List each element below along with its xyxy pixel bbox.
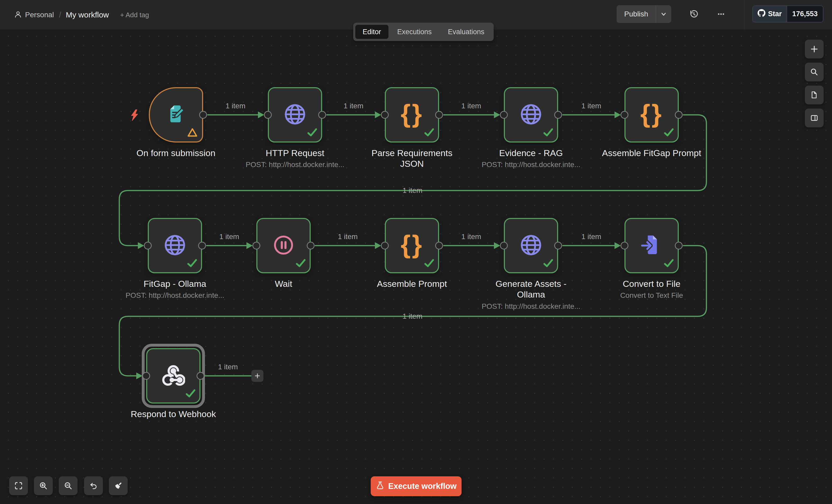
- node-caption: Generate Assets - Ollama POST: http://ho…: [482, 278, 580, 311]
- node-http-request: [268, 87, 322, 142]
- output-port[interactable]: [554, 242, 562, 249]
- webhook-icon: [162, 364, 185, 388]
- tab-evaluations[interactable]: Evaluations: [441, 25, 492, 39]
- connection-label: 1 item: [219, 233, 239, 241]
- publish-dropdown-button[interactable]: [656, 5, 671, 23]
- code-braces-icon: {}: [641, 101, 663, 126]
- node-convert-to-file: [624, 218, 679, 273]
- output-port[interactable]: [199, 111, 207, 119]
- sticky-note-button[interactable]: [805, 86, 824, 104]
- node-box[interactable]: [624, 218, 679, 273]
- success-check-icon: [423, 258, 435, 269]
- tab-executions[interactable]: Executions: [390, 25, 439, 39]
- breadcrumb: Personal: [14, 10, 54, 19]
- input-port[interactable]: [264, 111, 272, 119]
- node-title: Respond to Webhook: [131, 409, 216, 419]
- node-caption: Wait: [275, 278, 292, 289]
- globe-icon: [163, 233, 187, 258]
- connection-label-loop: 1 item: [402, 186, 422, 195]
- node-title: Generate Assets - Ollama: [495, 278, 567, 300]
- node-box[interactable]: [256, 218, 311, 273]
- node-caption: HTTP Request POST: http://host.docker.in…: [246, 148, 344, 169]
- node-box[interactable]: {}: [624, 87, 679, 142]
- node-caption: Evidence - RAG POST: http://host.docker.…: [482, 148, 580, 169]
- node-fitgap-ollama: [148, 218, 202, 273]
- github-star-button[interactable]: Star: [753, 6, 786, 22]
- success-check-icon: [543, 258, 554, 269]
- search-button[interactable]: [805, 63, 824, 81]
- toggle-panel-button[interactable]: [805, 109, 824, 127]
- connection-label: 1 item: [343, 102, 363, 110]
- github-star-label[interactable]: Star: [768, 10, 782, 18]
- input-port[interactable]: [500, 242, 508, 249]
- node-generate-assets-ollama: [504, 218, 558, 273]
- node-caption: Assemble Prompt: [377, 278, 447, 289]
- node-caption: Convert to File Convert to Text File: [620, 278, 683, 300]
- output-port[interactable]: [318, 111, 326, 119]
- view-tabs: Editor Executions Evaluations: [353, 23, 494, 41]
- node-evidence-rag: [504, 87, 558, 142]
- node-title: Parse Requirements JSON: [371, 148, 452, 169]
- output-port[interactable]: [307, 242, 315, 249]
- node-box[interactable]: [148, 218, 202, 273]
- node-box[interactable]: [504, 87, 558, 142]
- success-check-icon: [185, 388, 196, 399]
- output-port[interactable]: [435, 242, 443, 249]
- user-icon: [14, 10, 22, 19]
- input-port[interactable]: [142, 372, 150, 380]
- node-title: Assemble FitGap Prompt: [602, 148, 701, 158]
- workflow-history-button[interactable]: [687, 8, 700, 20]
- node-box[interactable]: {}: [385, 218, 439, 273]
- fit-view-button[interactable]: [9, 476, 28, 495]
- add-node-button[interactable]: [805, 40, 824, 58]
- warning-icon: [187, 128, 197, 138]
- github-icon: [758, 9, 765, 19]
- zoom-out-button[interactable]: [59, 476, 78, 495]
- input-port[interactable]: [144, 242, 152, 249]
- output-port[interactable]: [198, 242, 206, 249]
- output-port[interactable]: [675, 242, 683, 249]
- add-node-endpoint-button[interactable]: [252, 370, 263, 382]
- node-caption: FitGap - Ollama POST: http://host.docker…: [126, 278, 224, 300]
- output-port[interactable]: [675, 111, 683, 119]
- zoom-in-button[interactable]: [34, 476, 53, 495]
- more-options-button[interactable]: [715, 8, 727, 20]
- node-subtitle: POST: http://host.docker.inte...: [246, 161, 344, 169]
- node-box[interactable]: [149, 87, 203, 142]
- output-port[interactable]: [197, 372, 204, 380]
- node-title: Evidence - RAG: [499, 148, 563, 158]
- flask-icon: [376, 481, 385, 492]
- breadcrumb-project[interactable]: Personal: [25, 11, 54, 19]
- node-on-form-submission: [149, 87, 203, 142]
- publish-button[interactable]: Publish: [617, 5, 671, 23]
- connection-label: 1 item: [226, 102, 245, 110]
- input-port[interactable]: [381, 111, 389, 119]
- node-box[interactable]: [146, 348, 201, 403]
- undo-button[interactable]: [84, 476, 103, 495]
- input-port[interactable]: [621, 111, 628, 119]
- input-port[interactable]: [253, 242, 260, 249]
- node-caption: On form submission: [136, 148, 215, 158]
- publish-label[interactable]: Publish: [617, 10, 656, 18]
- execute-workflow-button[interactable]: Execute workflow: [371, 476, 462, 496]
- node-box[interactable]: [268, 87, 322, 142]
- node-title: HTTP Request: [266, 148, 324, 158]
- output-port[interactable]: [435, 111, 443, 119]
- input-port[interactable]: [500, 111, 508, 119]
- github-star-count[interactable]: 176,553: [786, 6, 823, 22]
- node-title: Assemble Prompt: [377, 278, 447, 289]
- tab-editor[interactable]: Editor: [355, 25, 388, 39]
- node-parse-requirements-json: {}: [385, 87, 439, 142]
- workflow-title[interactable]: My workflow: [66, 10, 109, 19]
- header-divider: [744, 0, 744, 29]
- input-port[interactable]: [621, 242, 628, 249]
- output-port[interactable]: [554, 111, 562, 119]
- input-port[interactable]: [381, 242, 389, 249]
- tidy-up-button[interactable]: [109, 476, 128, 495]
- add-tag[interactable]: + Add tag: [120, 11, 149, 19]
- breadcrumb-separator: /: [59, 10, 61, 19]
- node-box[interactable]: {}: [385, 87, 439, 142]
- node-box[interactable]: [504, 218, 558, 273]
- node-caption: Parse Requirements JSON: [371, 148, 452, 169]
- github-star-widget[interactable]: Star 176,553: [752, 5, 823, 22]
